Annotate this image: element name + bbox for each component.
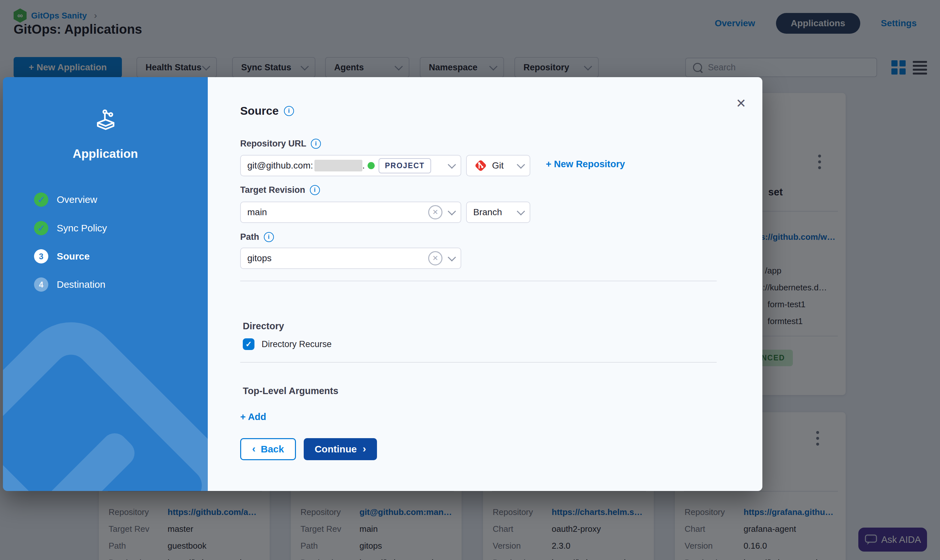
application-box-icon [93,108,118,134]
project-scope-badge: PROJECT [378,158,431,173]
section-divider [240,281,717,281]
repo-type-select[interactable]: Git [466,155,530,176]
new-application-wizard-modal: Application ✓ Overview ✓ Sync Policy 3 S… [3,77,762,491]
chevron-down-icon [517,160,525,169]
directory-recurse-label: Directory Recurse [262,339,332,349]
path-label: Path [240,232,274,242]
connected-status-dot [368,162,375,169]
step-sync-policy[interactable]: ✓ Sync Policy [34,221,107,235]
wizard-title: Application [3,147,208,161]
directory-recurse-row: ✓ Directory Recurse [243,338,332,350]
repository-url-label: Repository URL [240,139,321,149]
continue-button[interactable]: Continue › [304,438,377,460]
step-panel-title: Source [240,105,294,117]
directory-heading: Directory [243,321,284,332]
chevron-down-icon[interactable] [448,253,456,261]
chevron-left-icon: ‹ [252,443,256,454]
close-icon[interactable]: ✕ [736,97,746,109]
step-source[interactable]: 3 Source [34,249,90,263]
clear-icon[interactable]: ✕ [428,205,442,219]
info-icon[interactable] [284,106,294,116]
chevron-down-icon[interactable] [448,160,456,169]
repository-url-input[interactable]: git@github.com: . PROJECT [240,155,461,176]
wizard-sidebar: Application ✓ Overview ✓ Sync Policy 3 S… [3,77,208,491]
gitops-applications-page: ∞ GitOps Sanity › GitOps: Applications O… [0,0,940,560]
step-complete-icon: ✓ [34,192,48,207]
path-input[interactable]: gitops ✕ [240,248,461,269]
chevron-down-icon[interactable] [448,207,456,215]
back-button[interactable]: ‹ Back [240,438,296,460]
target-revision-label: Target Revision [240,185,320,195]
step-complete-icon: ✓ [34,221,48,235]
revision-type-select[interactable]: Branch [466,202,530,223]
redacted-text [314,160,362,171]
top-level-arguments-heading: Top-Level Arguments [243,386,338,396]
wizard-step-panel: ✕ Source Repository URL git@github.com: … [208,77,762,491]
step-destination[interactable]: 4 Destination [34,277,105,292]
git-icon [473,158,488,173]
chevron-right-icon: › [363,443,366,454]
section-divider [240,362,717,363]
new-repository-button[interactable]: + New Repository [546,159,625,169]
step-number: 3 [34,249,48,263]
info-icon[interactable] [264,232,274,242]
chevron-down-icon [517,207,525,215]
step-overview[interactable]: ✓ Overview [34,192,97,207]
info-icon[interactable] [310,185,320,195]
directory-recurse-checkbox[interactable]: ✓ [243,338,254,350]
target-revision-input[interactable]: main ✕ [240,202,461,223]
info-icon[interactable] [311,139,321,149]
add-argument-button[interactable]: + Add [240,412,266,422]
clear-icon[interactable]: ✕ [428,251,442,265]
step-number: 4 [34,277,48,292]
